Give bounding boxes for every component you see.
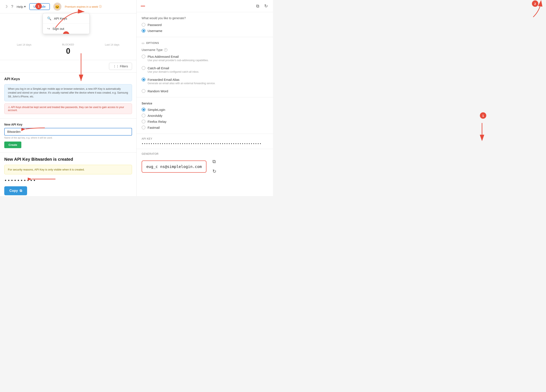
forwarded-label: Forwarded Email Alias <box>148 78 179 81</box>
stat-period-left: Last 14 days <box>4 43 44 56</box>
api-key-hint: Name of the api key, e.g. where it will … <box>4 136 132 139</box>
catchall-label: Catch-all Email <box>148 66 169 70</box>
copy-window-icon[interactable]: ⧉ <box>255 3 260 9</box>
type-plus-addressed[interactable]: Plus Addressed Email Use your email prov… <box>142 55 268 62</box>
generated-email: eug_c ns@simplelogin.com <box>146 164 202 169</box>
radio-circle-fastmail <box>142 126 145 129</box>
blocked-value: 0 <box>48 47 88 56</box>
options-header: ▭ OPTIONS <box>142 41 268 45</box>
username-label: Username <box>148 29 162 33</box>
plus-label: Plus Addressed Email <box>148 55 179 58</box>
help-button[interactable]: Help ▾ <box>17 5 26 8</box>
info-icon: ⓘ <box>99 5 102 8</box>
username-type-help-icon[interactable]: ? <box>164 48 167 51</box>
moon-icon[interactable]: ☽ <box>4 4 8 9</box>
api-key-name-input[interactable] <box>4 128 132 135</box>
type-forwarded[interactable]: Forwarded Email Alias Generate an email … <box>142 77 268 85</box>
options-title: OPTIONS <box>146 42 159 45</box>
radio-circle-password <box>142 23 145 27</box>
copy-label: Copy <box>9 189 18 193</box>
service-fastmail[interactable]: Fastmail <box>142 126 268 129</box>
anonaddy-label: AnonAddy <box>148 114 162 117</box>
right-top-bar: ⧉ ↻ 2 <box>136 0 273 12</box>
simplelogin-label: SimpleLogin <box>148 108 165 111</box>
blocked-label: BLOCKED <box>48 43 88 46</box>
signout-icon: ↪ <box>47 27 50 31</box>
radio-username[interactable]: Username <box>142 29 268 33</box>
service-section: Service SimpleLogin AnonAddy Firefox Rel… <box>136 97 273 134</box>
generate-section: What would you like to generate? Passwor… <box>136 12 273 37</box>
random-label: Random Word <box>148 89 168 93</box>
radio-dot-simplelogin <box>143 109 145 111</box>
masked-key: •••••••••• <box>4 178 132 183</box>
api-keys-section: API Keys When you log in on a SimpleLogi… <box>0 73 136 119</box>
refresh-generated-icon[interactable]: ↻ <box>212 168 217 175</box>
avatar[interactable]: 🐱 <box>53 3 61 11</box>
premium-badge: Premium expires in a week ⓘ <box>65 5 102 8</box>
generator-output: eug_c ns@simplelogin.com <box>142 161 207 173</box>
api-keys-label: API Keys <box>54 17 67 20</box>
generate-question: What would you like to generate? <box>142 16 268 20</box>
stat-blocked: BLOCKED 0 <box>48 43 88 56</box>
created-title: New API Key Bitwarden is created <box>4 157 132 162</box>
top-nav: ☽ ? Help ▾ Upgrade 🐱 Premium expires in … <box>0 0 136 13</box>
service-firefox-relay[interactable]: Firefox Relay <box>142 120 268 123</box>
api-keys-info: When you log in on a SimpleLogin mobile … <box>4 84 132 101</box>
help-label: Help <box>17 5 23 8</box>
right-panel: ⧉ ↻ 2 What would you like to generate? P… <box>136 0 273 196</box>
copy-generated-icon[interactable]: ⧉ <box>212 158 217 165</box>
service-label: Service <box>142 102 268 105</box>
type-random-word[interactable]: Random Word <box>142 89 268 93</box>
chevron-down-icon: ▾ <box>24 5 26 8</box>
radio-password[interactable]: Password <box>142 23 268 27</box>
api-key-label: API Key <box>142 137 268 140</box>
username-type-group: Plus Addressed Email Use your email prov… <box>142 55 268 93</box>
dropdown-api-keys[interactable]: 🔍 API Keys <box>43 13 89 24</box>
service-anonaddy[interactable]: AnonAddy <box>142 114 268 117</box>
radio-circle-catchall <box>142 66 145 70</box>
refresh-icon[interactable]: ↻ <box>263 3 269 9</box>
api-keys-warning: ⚠ API Keys should be kept secret and tre… <box>4 103 132 114</box>
stat-period-right: Last 14 days <box>92 43 132 56</box>
api-keys-title: API Keys <box>4 77 132 81</box>
service-radio-group: SimpleLogin AnonAddy Firefox Relay Fastm… <box>142 108 268 129</box>
radio-circle-forwarded <box>142 77 145 81</box>
premium-text: Premium expires in a week <box>65 5 98 8</box>
copy-button[interactable]: Copy ⧉ <box>4 186 27 195</box>
radio-circle-anonaddy <box>142 114 145 117</box>
create-button[interactable]: Create <box>4 141 21 148</box>
password-label: Password <box>148 23 162 27</box>
radio-dot-username <box>143 30 145 32</box>
key-icon: 🔍 <box>47 16 52 20</box>
minus-icon: ▭ <box>142 41 144 45</box>
left-panel: ☽ ? Help ▾ Upgrade 🐱 Premium expires in … <box>0 0 136 196</box>
annotation-badge-1-left: 1 <box>35 3 42 9</box>
dropdown-menu: 🔍 API Keys ↪ Sign out 2 <box>43 13 90 34</box>
username-type-label: Username Type ? <box>142 48 268 51</box>
radio-circle-plus <box>142 55 145 58</box>
radio-circle-random <box>142 89 145 93</box>
signout-label: Sign out <box>52 27 64 31</box>
new-api-form: New API Key Name of the api key, e.g. wh… <box>0 119 136 153</box>
filters-row: ⋮⋮ Filters <box>0 60 136 73</box>
minimize-bar[interactable] <box>141 6 145 6</box>
radio-circle-simplelogin <box>142 108 145 111</box>
api-key-dots: ••••••••••••••••••••••••••••••••••••••••… <box>142 142 268 145</box>
api-key-section: API Key ••••••••••••••••••••••••••••••••… <box>136 134 273 149</box>
copy-icon: ⧉ <box>20 189 22 193</box>
firefox-relay-label: Firefox Relay <box>148 120 166 123</box>
type-catchall[interactable]: Catch-all Email Use your domain's config… <box>142 66 268 73</box>
generate-radio-group: Password Username <box>142 23 268 33</box>
radio-dot-forwarded <box>143 79 145 81</box>
stats-section: Last 14 days BLOCKED 0 Last 14 days <box>0 39 136 60</box>
service-simplelogin[interactable]: SimpleLogin <box>142 108 268 111</box>
generator-section: GENERATOR eug_c ns@simplelogin.com ⧉ ↻ <box>136 149 273 178</box>
security-notice: For security reasons, API Key is only vi… <box>4 165 132 174</box>
api-created-section: New API Key Bitwarden is created For sec… <box>0 153 136 196</box>
help-question-icon[interactable]: ? <box>11 5 13 9</box>
radio-circle-username <box>142 29 145 33</box>
plus-desc: Use your email provider's sub-addressing… <box>148 59 268 62</box>
stat-period-label: Last 14 days <box>4 43 44 46</box>
catchall-desc: Use your domain's configured catch-all i… <box>148 70 268 73</box>
filters-button[interactable]: ⋮⋮ Filters <box>109 63 132 70</box>
